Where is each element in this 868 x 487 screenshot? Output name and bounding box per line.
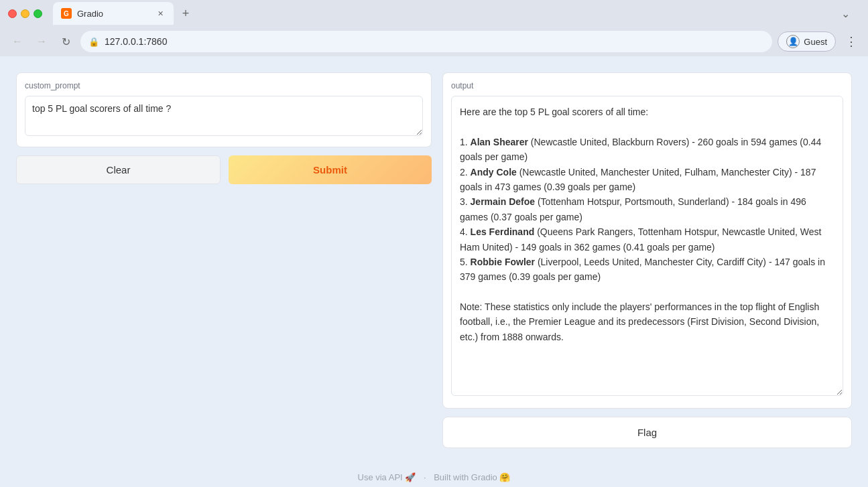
built-link[interactable]: Built with Gradio 🤗 <box>434 472 510 482</box>
footer: Use via API 🚀 · Built with Gradio 🤗 <box>0 464 868 487</box>
built-label: Built with Gradio <box>434 472 497 482</box>
submit-button[interactable]: Submit <box>229 155 432 184</box>
page-content: custom_prompt top 5 PL goal scorers of a… <box>0 56 868 464</box>
address-bar: ← → ↻ 🔒 127.0.0.1:7860 👤 Guest ⋮ <box>0 27 868 56</box>
tab-overflow-button[interactable]: ⌄ <box>836 4 855 23</box>
output-label: output <box>451 81 843 90</box>
maximize-traffic-light[interactable] <box>34 9 42 18</box>
tabs-bar: G Gradio ✕ + ⌄ <box>48 2 860 25</box>
api-label: Use via API <box>358 472 403 482</box>
flag-button[interactable]: Flag <box>442 417 852 448</box>
left-panel: custom_prompt top 5 PL goal scorers of a… <box>16 72 432 448</box>
api-link[interactable]: Use via API 🚀 <box>358 472 418 482</box>
minimize-traffic-light[interactable] <box>21 9 29 18</box>
traffic-lights <box>8 9 42 18</box>
tab-close-button[interactable]: ✕ <box>155 8 166 19</box>
footer-separator: · <box>424 472 426 482</box>
lock-icon: 🔒 <box>88 37 99 47</box>
close-traffic-light[interactable] <box>8 9 17 18</box>
back-button[interactable]: ← <box>8 32 27 51</box>
url-bar[interactable]: 🔒 127.0.0.1:7860 <box>80 31 772 52</box>
reload-button[interactable]: ↻ <box>56 32 75 51</box>
clear-button[interactable]: Clear <box>16 155 221 184</box>
prompt-textarea[interactable]: top 5 PL goal scorers of all time ? <box>25 96 423 136</box>
prompt-label: custom_prompt <box>25 81 423 90</box>
tab-title: Gradio <box>77 9 149 19</box>
right-panel: output Here are the top 5 PL goal scorer… <box>442 72 852 448</box>
browser-chrome: G Gradio ✕ + ⌄ ← → ↻ 🔒 127.0.0.1:7860 👤 … <box>0 0 868 56</box>
url-text: 127.0.0.1:7860 <box>105 36 764 47</box>
more-options-button[interactable]: ⋮ <box>841 32 860 51</box>
gradio-icon: 🤗 <box>499 472 510 482</box>
output-card: output Here are the top 5 PL goal scorer… <box>442 72 852 409</box>
forward-button[interactable]: → <box>32 32 51 51</box>
prompt-card: custom_prompt top 5 PL goal scorers of a… <box>16 72 432 147</box>
new-tab-button[interactable]: + <box>176 4 195 23</box>
profile-button[interactable]: 👤 Guest <box>778 31 836 52</box>
title-bar: G Gradio ✕ + ⌄ <box>0 0 868 27</box>
rocket-icon: 🚀 <box>405 472 416 482</box>
tab-favicon: G <box>61 8 72 19</box>
profile-label: Guest <box>804 37 827 47</box>
profile-icon: 👤 <box>786 35 800 48</box>
active-tab[interactable]: G Gradio ✕ <box>53 2 174 25</box>
buttons-row: Clear Submit <box>16 155 432 184</box>
output-display: Here are the top 5 PL goal scorers of al… <box>451 96 843 396</box>
